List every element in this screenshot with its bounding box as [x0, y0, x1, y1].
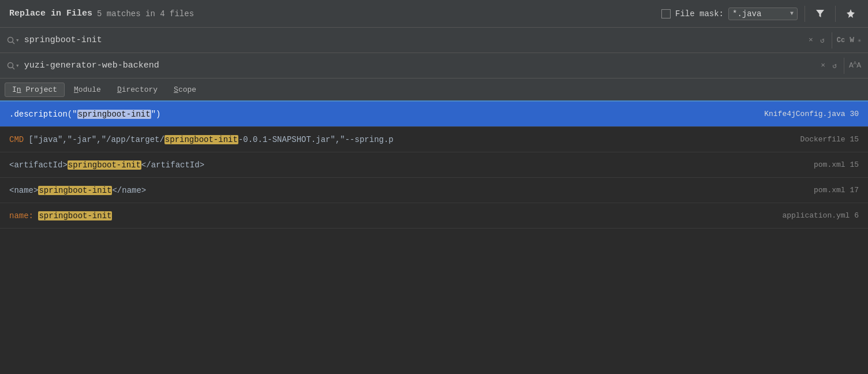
result-row[interactable]: name: springboot-init application.yml 6: [0, 203, 868, 229]
match-highlight: springboot-init: [38, 186, 112, 195]
panel-title: Replace in Files: [9, 9, 92, 18]
file-mask-label: File mask:: [675, 9, 724, 18]
search-row: ▾ springboot-init × ↺ Cc W ✳: [0, 28, 868, 53]
match-highlight: springboot-init: [68, 160, 141, 170]
replace-query-value[interactable]: yuzi-generator-web-backend: [24, 61, 819, 70]
results-area: .description("springboot-init") Knife4jC…: [0, 102, 868, 229]
tab-module[interactable]: Module: [67, 83, 108, 96]
match-highlight: springboot-init: [38, 211, 112, 220]
divider: [805, 6, 805, 22]
result-filename: application.yml 6: [782, 211, 859, 220]
file-mask-input[interactable]: *.java ▼: [728, 8, 798, 20]
result-filename: Knife4jConfig.java 30: [764, 110, 859, 118]
file-mask-dropdown-arrow[interactable]: ▼: [790, 10, 794, 17]
replace-row: ▾ yuzi-generator-web-backend × ↺ AAA: [0, 53, 868, 78]
result-content: <artifactId>springboot-init</artifactId>: [9, 160, 805, 170]
preserve-case-button[interactable]: AAA: [849, 61, 861, 70]
case-sensitive-button[interactable]: Cc: [837, 36, 845, 44]
replace-divider: [844, 58, 844, 74]
filter-button[interactable]: [812, 6, 828, 22]
filter-icon: [815, 9, 825, 19]
header-bar: Replace in Files 5 matches in 4 files Fi…: [0, 0, 868, 28]
file-mask-checkbox[interactable]: [661, 9, 671, 18]
clear-search-button[interactable]: ×: [806, 35, 815, 46]
replace-magnifier-icon: [7, 62, 15, 70]
tab-in-project[interactable]: In Project: [5, 83, 65, 97]
result-content: name: springboot-init: [9, 211, 773, 220]
clear-replace-button[interactable]: ×: [818, 60, 828, 71]
pin-icon: [846, 9, 855, 19]
search-divider: [832, 32, 832, 48]
replace-actions: × ↺ AAA: [818, 58, 861, 74]
result-filename: Dockerfile 15: [800, 135, 859, 144]
regex-replace-button[interactable]: ↺: [830, 60, 839, 72]
result-content: <name>springboot-init</name>: [9, 186, 805, 195]
svg-point-1: [8, 37, 13, 42]
result-row[interactable]: CMD ["java","-jar","/app/target/springbo…: [0, 127, 868, 152]
svg-line-2: [13, 42, 15, 44]
svg-line-4: [13, 67, 15, 69]
search-query-value[interactable]: springboot-init: [24, 35, 806, 45]
whole-word-button[interactable]: W: [850, 36, 854, 44]
result-row[interactable]: <name>springboot-init</name> pom.xml 17: [0, 178, 868, 203]
file-mask-area: File mask: *.java ▼: [661, 6, 859, 22]
regex-search-button[interactable]: ↺: [818, 35, 827, 46]
replace-query-icon: ▾: [7, 62, 20, 70]
search-actions: × ↺ Cc W ✳: [806, 32, 861, 48]
divider2: [835, 6, 836, 22]
result-filename: pom.xml 17: [814, 186, 859, 195]
scope-tabs-bar: In Project Module Directory Scope: [0, 78, 868, 102]
pin-button[interactable]: [843, 6, 859, 22]
search-query-icon: ▾: [7, 36, 20, 44]
match-highlight: springboot-init: [77, 110, 151, 119]
result-filename: pom.xml 15: [814, 160, 859, 169]
magnifier-icon: [7, 36, 15, 44]
tab-directory[interactable]: Directory: [110, 83, 164, 96]
result-content: CMD ["java","-jar","/app/target/springbo…: [9, 135, 791, 144]
match-highlight: springboot-init: [164, 135, 238, 144]
file-mask-value: *.java: [732, 9, 788, 18]
tab-scope[interactable]: Scope: [167, 83, 203, 96]
svg-marker-0: [847, 9, 855, 18]
result-row[interactable]: .description("springboot-init") Knife4jC…: [0, 102, 868, 127]
svg-point-3: [8, 62, 13, 68]
result-content: .description("springboot-init"): [9, 110, 755, 119]
word-extra-icon: ✳: [858, 37, 861, 44]
result-row[interactable]: <artifactId>springboot-init</artifactId>…: [0, 152, 868, 178]
matches-count: 5 matches in 4 files: [97, 9, 194, 18]
